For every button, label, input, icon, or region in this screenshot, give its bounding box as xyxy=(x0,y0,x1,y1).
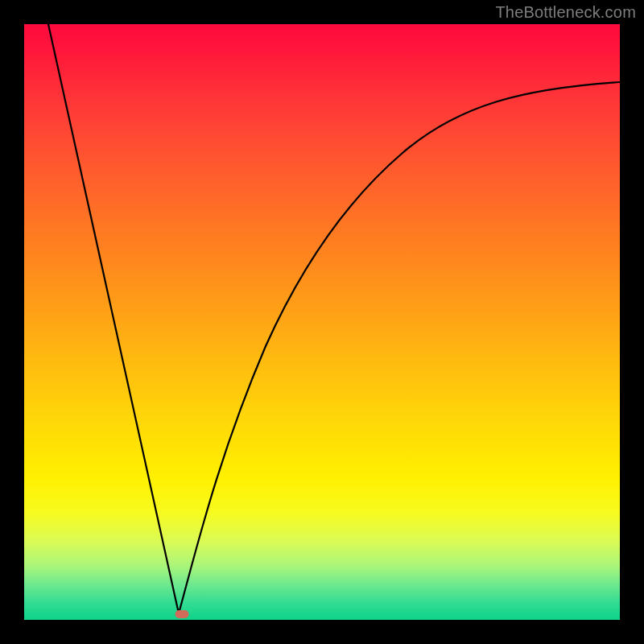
curve-left-branch xyxy=(48,24,179,613)
chart-frame: TheBottleneck.com xyxy=(0,0,644,644)
bottleneck-curve xyxy=(24,24,620,620)
watermark-text: TheBottleneck.com xyxy=(495,3,636,22)
plot-area xyxy=(24,24,620,620)
minimum-marker xyxy=(175,610,189,618)
curve-right-branch xyxy=(179,82,620,613)
